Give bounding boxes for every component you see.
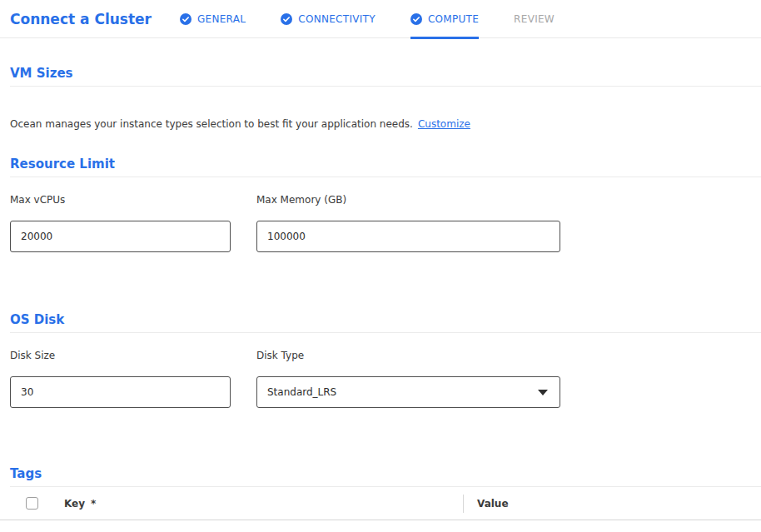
- check-circle-icon: [410, 13, 422, 25]
- wizard-header: Connect a Cluster GENERAL CONNECTIVITY C…: [0, 0, 761, 38]
- max-vcpus-field: Max vCPUs: [10, 194, 231, 252]
- max-vcpus-label: Max vCPUs: [10, 194, 231, 206]
- tags-value-column-header: Value: [477, 498, 509, 510]
- disk-size-field: Disk Size: [10, 350, 231, 408]
- max-vcpus-input[interactable]: [10, 221, 231, 252]
- customize-link[interactable]: Customize: [418, 118, 470, 130]
- active-tab-indicator: [410, 37, 479, 39]
- disk-type-field: Disk Type Standard_LRS: [256, 350, 560, 408]
- tab-review[interactable]: REVIEW: [514, 0, 555, 38]
- wizard-tabs: GENERAL CONNECTIVITY COMPUTE REVIEW: [180, 0, 589, 38]
- os-disk-heading: OS Disk: [10, 312, 761, 333]
- column-divider: [463, 495, 464, 513]
- tags-key-column-header: Key: [64, 498, 85, 510]
- tab-connectivity[interactable]: CONNECTIVITY: [281, 0, 376, 38]
- vm-sizes-heading: VM Sizes: [10, 66, 761, 87]
- disk-type-label: Disk Type: [256, 350, 560, 361]
- max-memory-input[interactable]: [256, 221, 560, 252]
- disk-type-selected-value: Standard_LRS: [267, 386, 336, 398]
- required-asterisk: *: [91, 498, 96, 510]
- tab-compute[interactable]: COMPUTE: [410, 0, 479, 38]
- vm-sizes-description-text: Ocean manages your instance types select…: [10, 118, 413, 130]
- check-circle-icon: [281, 13, 292, 25]
- tags-heading: Tags: [10, 466, 761, 487]
- resource-limit-heading: Resource Limit: [10, 157, 761, 177]
- tab-label: REVIEW: [514, 13, 555, 25]
- dropdown-arrow-icon: [538, 390, 548, 395]
- disk-size-label: Disk Size: [10, 350, 231, 361]
- os-disk-fields: Disk Size Disk Type Standard_LRS: [10, 350, 761, 408]
- disk-size-input[interactable]: [10, 376, 231, 408]
- resource-limit-fields: Max vCPUs Max Memory (GB): [10, 194, 761, 252]
- check-circle-icon: [180, 13, 191, 25]
- max-memory-label: Max Memory (GB): [256, 194, 560, 206]
- vm-sizes-description: Ocean manages your instance types select…: [10, 118, 761, 130]
- tab-general[interactable]: GENERAL: [180, 0, 246, 38]
- disk-type-select[interactable]: Standard_LRS: [256, 376, 560, 408]
- tab-label: GENERAL: [197, 13, 246, 25]
- page-title: Connect a Cluster: [10, 11, 152, 27]
- select-all-checkbox[interactable]: [26, 497, 38, 510]
- tab-label: COMPUTE: [428, 13, 479, 25]
- max-memory-field: Max Memory (GB): [256, 194, 560, 252]
- tags-table-header: Key * Value: [0, 487, 761, 520]
- tab-label: CONNECTIVITY: [298, 13, 376, 25]
